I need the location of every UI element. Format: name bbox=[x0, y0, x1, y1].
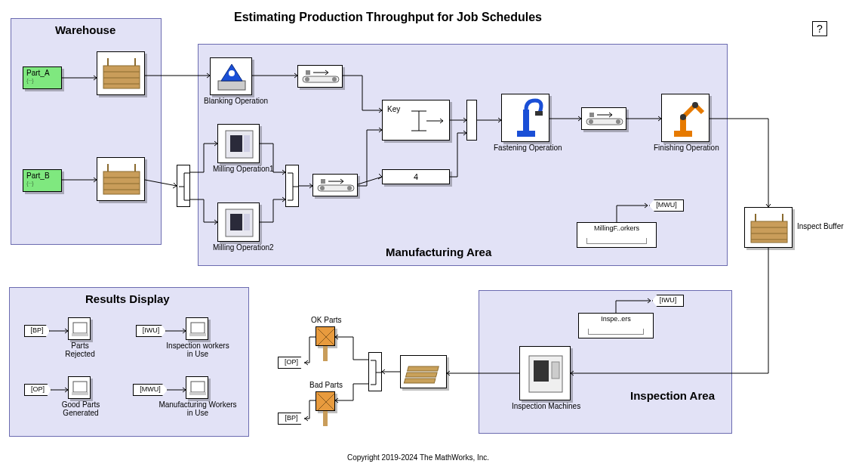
svg-rect-27 bbox=[321, 179, 325, 184]
svg-rect-20 bbox=[244, 135, 250, 152]
block-crate-part-b[interactable] bbox=[97, 157, 145, 201]
block-fastening-label: Fastening Operation bbox=[494, 144, 559, 152]
scope-inspection-workers-label: Inspection workers in Use bbox=[165, 342, 231, 358]
entity-generator-part-a-label: Part_A bbox=[26, 69, 50, 77]
svg-rect-35 bbox=[674, 131, 692, 137]
bus-icon: {··} bbox=[26, 77, 58, 84]
block-conveyor-1[interactable] bbox=[297, 65, 343, 88]
block-output-switch-2[interactable] bbox=[368, 352, 382, 391]
svg-rect-52 bbox=[72, 333, 88, 336]
block-milling-2[interactable] bbox=[217, 202, 260, 242]
scope-icon bbox=[186, 377, 209, 400]
terminator-icon bbox=[316, 327, 336, 347]
entity-generator-part-b-label: Part_B bbox=[26, 172, 50, 180]
block-milling2-label: Milling Operation2 bbox=[213, 243, 266, 252]
entity-generator-part-b[interactable]: Part_B {··} bbox=[23, 169, 62, 192]
block-ok-parts[interactable] bbox=[315, 326, 335, 346]
svg-rect-19 bbox=[230, 135, 242, 152]
copyright-text: Copyright 2019-2024 The MathWorks, Inc. bbox=[347, 453, 489, 462]
cnc-machine-icon bbox=[218, 203, 260, 243]
block-output-switch-1[interactable] bbox=[177, 165, 190, 207]
cnc-machine-icon bbox=[218, 125, 260, 164]
svg-point-26 bbox=[347, 186, 352, 190]
block-bad-parts-label: Bad Parts bbox=[309, 381, 343, 389]
block-capacity[interactable]: 4 bbox=[382, 169, 450, 184]
entity-generator-part-a[interactable]: Part_A {··} bbox=[23, 66, 62, 89]
svg-rect-28 bbox=[517, 131, 535, 137]
block-blanking-operation[interactable] bbox=[210, 57, 252, 95]
scope-good-parts[interactable] bbox=[68, 376, 91, 399]
svg-point-37 bbox=[680, 114, 686, 120]
scope-inspection-workers[interactable] bbox=[186, 317, 208, 340]
svg-rect-58 bbox=[189, 392, 206, 395]
block-conveyor-2[interactable] bbox=[312, 174, 358, 196]
block-pallet[interactable] bbox=[400, 355, 447, 388]
block-finishing-label: Finishing Operation bbox=[654, 144, 719, 152]
svg-rect-54 bbox=[189, 333, 206, 336]
tag-op-in[interactable]: [OP] bbox=[24, 384, 51, 396]
svg-rect-56 bbox=[72, 392, 88, 395]
svg-rect-22 bbox=[230, 214, 242, 230]
robot-arm-icon bbox=[662, 94, 710, 143]
svg-rect-0 bbox=[103, 66, 140, 88]
help-button[interactable]: ? bbox=[812, 21, 827, 36]
block-input-switch-1[interactable] bbox=[285, 165, 299, 207]
block-milling1-label: Milling Operation1 bbox=[213, 165, 266, 173]
block-milling-1[interactable] bbox=[217, 124, 260, 163]
svg-point-15 bbox=[305, 77, 309, 82]
svg-point-25 bbox=[320, 186, 325, 190]
conveyor-icon bbox=[313, 175, 359, 197]
svg-rect-55 bbox=[73, 382, 87, 392]
terminator-post-icon bbox=[323, 346, 328, 361]
block-fastening[interactable] bbox=[501, 94, 549, 142]
block-milling-workers-pool[interactable]: MillingF..orkers bbox=[577, 222, 657, 248]
svg-point-32 bbox=[589, 119, 593, 124]
svg-rect-30 bbox=[535, 111, 543, 116]
diagram-title: Estimating Production Throughput for Job… bbox=[234, 11, 542, 24]
block-key[interactable]: Key bbox=[382, 100, 450, 141]
block-inspectors-pool[interactable]: Inspe..ers bbox=[578, 313, 654, 338]
switch-icon bbox=[286, 165, 300, 208]
svg-rect-29 bbox=[523, 110, 529, 131]
svg-point-16 bbox=[332, 77, 337, 82]
tag-iwu-in[interactable]: [IWU] bbox=[136, 325, 166, 337]
scope-parts-rejected[interactable] bbox=[68, 317, 91, 340]
svg-rect-53 bbox=[191, 323, 205, 333]
area-inspection-label: Inspection Area bbox=[630, 389, 715, 402]
block-conveyor-3[interactable] bbox=[581, 107, 626, 130]
tag-iwu-out[interactable]: [IWU] bbox=[652, 295, 684, 307]
crate-icon bbox=[97, 52, 146, 96]
diagram-canvas: Estimating Production Throughput for Job… bbox=[0, 0, 868, 476]
scope-mfg-workers-label: Manufacturing Workers in Use bbox=[159, 400, 237, 417]
inspectors-label: Inspe..ers bbox=[586, 315, 645, 323]
svg-rect-50 bbox=[404, 379, 436, 383]
block-finishing[interactable] bbox=[661, 94, 709, 142]
tag-mwu-in[interactable]: [MWU] bbox=[133, 384, 168, 396]
bus-icon: {··} bbox=[26, 180, 58, 187]
svg-rect-17 bbox=[306, 70, 310, 75]
scope-icon bbox=[69, 318, 91, 341]
svg-rect-48 bbox=[408, 366, 439, 371]
svg-point-13 bbox=[229, 70, 235, 76]
block-combiner[interactable] bbox=[466, 100, 477, 141]
tag-bp-in[interactable]: [BP] bbox=[24, 325, 50, 337]
svg-rect-47 bbox=[552, 362, 559, 379]
block-bad-parts[interactable] bbox=[315, 391, 335, 411]
block-ok-parts-label: OK Parts bbox=[311, 316, 342, 324]
block-inspection-machines[interactable] bbox=[519, 346, 571, 400]
block-crate-part-a[interactable] bbox=[97, 51, 145, 95]
press-robot-icon bbox=[502, 94, 550, 143]
scope-parts-rejected-label: Parts Rejected bbox=[57, 342, 103, 358]
tag-mwu-out[interactable]: [MWU] bbox=[649, 199, 684, 212]
tag-op-out[interactable]: [OP] bbox=[278, 357, 305, 369]
block-inspect-buffer[interactable] bbox=[744, 207, 793, 248]
svg-point-38 bbox=[692, 102, 698, 108]
scope-icon bbox=[69, 377, 91, 400]
block-blanking-label: Blanking Operation bbox=[204, 97, 260, 105]
switch-icon bbox=[369, 353, 383, 392]
area-manufacturing-label: Manufacturing Area bbox=[386, 246, 491, 258]
scope-mfg-workers[interactable] bbox=[186, 376, 208, 399]
area-results-label: Results Display bbox=[85, 292, 170, 305]
tag-bp-out[interactable]: [BP] bbox=[278, 413, 305, 425]
scope-icon bbox=[186, 318, 209, 341]
